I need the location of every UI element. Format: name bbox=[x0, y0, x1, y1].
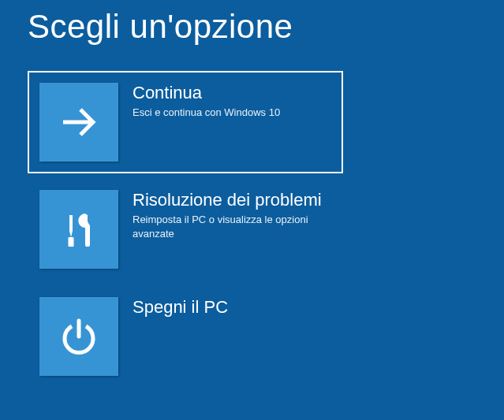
option-title: Risoluzione dei problemi bbox=[133, 190, 331, 210]
option-text-block: Spegni il PC bbox=[118, 297, 331, 320]
power-icon bbox=[39, 297, 118, 376]
option-subtitle: Esci e continua con Windows 10 bbox=[133, 106, 331, 120]
shutdown-option-tile[interactable]: Spegni il PC bbox=[28, 285, 343, 388]
option-subtitle: Reimposta il PC o visualizza le opzioni … bbox=[133, 213, 331, 240]
option-title: Spegni il PC bbox=[133, 297, 331, 317]
svg-rect-4 bbox=[85, 225, 90, 247]
arrow-right-icon bbox=[39, 83, 118, 162]
svg-rect-3 bbox=[69, 237, 74, 247]
page-title: Scegli un'opzione bbox=[28, 8, 476, 46]
option-text-block: Risoluzione dei problemi Reimposta il PC… bbox=[118, 190, 331, 240]
option-text-block: Continua Esci e continua con Windows 10 bbox=[118, 83, 331, 120]
troubleshoot-option-tile[interactable]: Risoluzione dei problemi Reimposta il PC… bbox=[28, 178, 343, 281]
recovery-options-screen: Scegli un'opzione Continua Esci e contin… bbox=[0, 0, 504, 400]
svg-marker-2 bbox=[69, 231, 73, 237]
tools-icon bbox=[39, 190, 118, 269]
option-title: Continua bbox=[133, 83, 331, 102]
svg-rect-1 bbox=[69, 215, 73, 231]
continue-option-tile[interactable]: Continua Esci e continua con Windows 10 bbox=[28, 71, 343, 173]
